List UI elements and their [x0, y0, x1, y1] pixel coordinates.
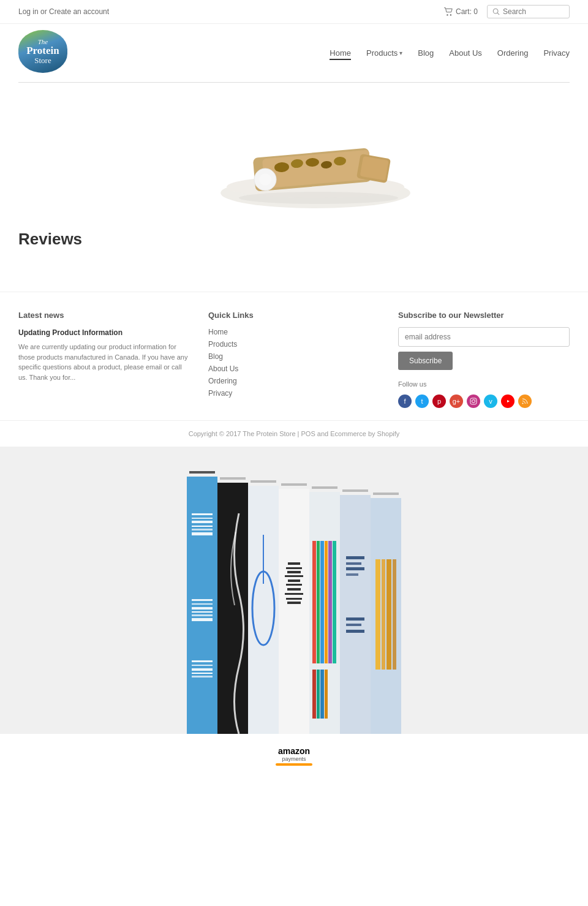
svg-rect-37 [192, 665, 213, 666]
svg-rect-60 [328, 541, 332, 663]
svg-rect-68 [346, 562, 361, 565]
nav-link-ordering[interactable]: Ordering [497, 48, 529, 58]
carousel-bar-4[interactable] [279, 483, 309, 734]
youtube-icon[interactable] [501, 394, 514, 408]
amazon-badge[interactable]: amazon payments [273, 746, 315, 766]
search-box[interactable] [487, 5, 570, 18]
reviews-section: Reviews [0, 224, 588, 279]
quick-link-blog[interactable]: Blog [208, 352, 380, 361]
newsletter-email-input[interactable] [398, 327, 570, 347]
svg-rect-32 [192, 607, 213, 610]
twitter-icon[interactable]: t [415, 394, 429, 408]
facebook-icon[interactable]: f [398, 394, 412, 408]
carousel-bar-7[interactable] [371, 493, 401, 734]
svg-rect-64 [320, 670, 324, 719]
quick-link-ordering[interactable]: Ordering [208, 376, 380, 385]
main-nav: Home Products ▾ Blog About Us Ordering P… [330, 48, 570, 58]
bar-image-5 [309, 492, 340, 734]
nav-link-products[interactable]: Products [366, 48, 398, 58]
carousel-bar-6[interactable] [340, 489, 371, 734]
latest-news-heading: Latest news [18, 311, 190, 320]
nav-item-ordering[interactable]: Ordering [497, 48, 529, 58]
cart-link[interactable]: Cart: 0 [443, 7, 478, 16]
pinterest-icon[interactable]: p [432, 394, 446, 408]
nav-item-products[interactable]: Products ▾ [366, 48, 402, 58]
svg-rect-35 [192, 618, 213, 621]
svg-rect-41 [217, 483, 248, 734]
top-bar-right: Cart: 0 [443, 5, 570, 18]
hero-area [0, 83, 588, 224]
nav-link-about[interactable]: About Us [449, 48, 481, 58]
quick-link-about[interactable]: About Us [208, 364, 380, 373]
quick-link-blog-anchor[interactable]: Blog [208, 352, 223, 361]
google-plus-icon[interactable]: g+ [450, 394, 463, 408]
carousel-bar-1[interactable] [187, 471, 217, 734]
news-article-title[interactable]: Updating Product Information [18, 327, 190, 338]
bar-indicator-5 [312, 486, 337, 489]
svg-rect-62 [312, 670, 316, 719]
nav-link-home[interactable]: Home [330, 48, 351, 60]
quick-link-ordering-anchor[interactable]: Ordering [208, 377, 237, 385]
bar-indicator-4 [281, 483, 307, 486]
svg-rect-66 [340, 495, 371, 734]
bar-image-4 [279, 489, 309, 734]
instagram-icon[interactable] [467, 394, 480, 408]
quick-link-about-anchor[interactable]: About Us [208, 364, 238, 373]
logo-protein-text: Protein [26, 45, 59, 56]
carousel-bars-container [187, 471, 401, 734]
subscribe-button[interactable]: Subscribe [398, 352, 453, 370]
svg-rect-59 [325, 541, 328, 663]
quick-link-home[interactable]: Home [208, 327, 380, 336]
quick-link-privacy[interactable]: Privacy [208, 388, 380, 398]
search-icon [492, 8, 500, 15]
cart-icon [443, 7, 453, 16]
vimeo-icon[interactable]: v [484, 394, 497, 408]
quick-link-products-anchor[interactable]: Products [208, 340, 237, 349]
svg-point-1 [450, 14, 451, 15]
bar-content-1 [187, 477, 217, 734]
svg-point-19 [472, 399, 475, 402]
nav-item-home[interactable]: Home [330, 48, 351, 58]
quick-link-privacy-anchor[interactable]: Privacy [208, 389, 232, 398]
bar-image-1 [187, 477, 217, 734]
nav-link-blog[interactable]: Blog [418, 48, 434, 58]
svg-rect-29 [192, 532, 213, 535]
footer-latest-news: Latest news Updating Product Information… [18, 311, 190, 408]
carousel-bar-3[interactable] [248, 480, 279, 734]
site-logo[interactable]: The Protein Store [18, 30, 70, 76]
svg-rect-57 [317, 541, 320, 663]
or-separator: or [39, 7, 49, 16]
bar-indicator-6 [342, 489, 368, 492]
copyright-text: Copyright © 2017 The Protein Store | POS… [189, 430, 400, 437]
carousel-bar-2[interactable] [217, 477, 248, 734]
svg-rect-72 [346, 624, 361, 626]
bar-indicator-3 [251, 480, 276, 483]
bar-indicator-2 [220, 477, 246, 480]
carousel-bar-5[interactable] [309, 486, 340, 734]
bar-content-3 [248, 486, 279, 734]
create-account-link[interactable]: Create an account [49, 7, 109, 16]
quick-link-home-anchor[interactable]: Home [208, 328, 228, 336]
svg-rect-33 [192, 611, 213, 613]
svg-rect-48 [285, 575, 303, 577]
news-article-body: We are currently updating our product in… [18, 342, 190, 382]
nav-item-blog[interactable]: Blog [418, 48, 434, 58]
quick-link-products[interactable]: Products [208, 339, 380, 349]
reviews-title: Reviews [18, 230, 570, 249]
svg-rect-71 [346, 617, 364, 621]
svg-rect-45 [288, 562, 300, 565]
nav-item-privacy[interactable]: Privacy [543, 48, 570, 58]
amazon-section: amazon payments [0, 734, 588, 778]
search-input[interactable] [503, 7, 564, 16]
nav-link-privacy[interactable]: Privacy [543, 48, 570, 58]
svg-rect-46 [286, 567, 302, 569]
copyright-bar: Copyright © 2017 The Protein Store | POS… [0, 420, 588, 447]
svg-rect-39 [192, 673, 213, 674]
bar-image-6 [340, 495, 371, 734]
nav-item-about[interactable]: About Us [449, 48, 481, 58]
top-bar: Log in or Create an account Cart: 0 [0, 0, 588, 24]
svg-rect-18 [470, 398, 477, 404]
svg-rect-53 [286, 598, 302, 600]
login-link[interactable]: Log in [18, 7, 39, 16]
rss-icon[interactable] [518, 394, 532, 408]
